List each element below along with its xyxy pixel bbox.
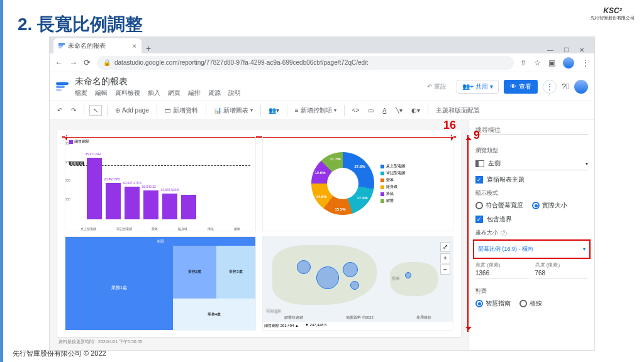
- menu-icon[interactable]: ⋮: [582, 58, 589, 67]
- browser-window: 未命名的報表 × + — ☐ ✕ ← → ⟳ 🔒 datastudio.goog…: [49, 36, 595, 351]
- view-button[interactable]: 👁 查看: [504, 80, 538, 94]
- canvas-footer: 資料最後更新時間：2022/4/21 下午5:50:55: [57, 337, 461, 345]
- smart-guide-radio[interactable]: 智慧指南: [475, 299, 511, 308]
- report-canvas[interactable]: 銷售總額 4,000,0003,000,0002,000,0001,000,00…: [57, 130, 461, 337]
- donut-chart[interactable]: 27.8% 17.2% 15.5% 14.5% 12.9% 11.7% 桌上型電…: [262, 136, 453, 231]
- dimension-height-label: 9: [474, 129, 480, 142]
- fit-screen-radio[interactable]: 符合螢幕寬度: [475, 201, 523, 210]
- menu-file[interactable]: 檔案: [75, 89, 87, 97]
- doc-title[interactable]: 未命名的報表: [75, 76, 241, 87]
- maximize-icon[interactable]: ☐: [564, 47, 569, 53]
- menu-insert[interactable]: 插入: [148, 89, 160, 97]
- display-mode-label: 顯示模式: [475, 189, 588, 197]
- url-embed-button[interactable]: <>: [350, 106, 362, 115]
- actual-size-radio[interactable]: 實際大小: [532, 201, 567, 210]
- close-tab-icon[interactable]: ×: [133, 42, 136, 50]
- toolbar: ↶ ↷ ↖ ⊕ Add page 🗃 新增資料 📊 新增圖表 ▾ 👥▾ ≡ 新增…: [50, 101, 594, 120]
- url-text: datastudio.google.com/reporting/77827d80…: [114, 59, 368, 66]
- side-panel: 瀏覽類型 左側▾ ✓遵循報表主題 顯示模式 符合螢幕寬度 實際大小 ✓包含邊界 …: [469, 120, 594, 350]
- line-button[interactable]: ╲▾: [393, 106, 405, 115]
- menu-arrange[interactable]: 編排: [188, 89, 201, 97]
- star-icon[interactable]: ☆: [534, 58, 541, 67]
- add-page-button[interactable]: ⊕ Add page: [113, 106, 152, 115]
- datastudio-icon: [58, 43, 65, 49]
- canvas-area: 16 9 銷售總額 4,000,0003,000,0002,000,0001,0…: [50, 120, 469, 350]
- align-label: 對齊: [475, 287, 588, 295]
- menu-help[interactable]: 說明: [228, 89, 241, 97]
- aspect-ratio-highlight: 螢幕比例 (16:9) - 橫向▾: [473, 239, 591, 259]
- theme-layout-button[interactable]: 主題和版面配置: [433, 105, 482, 116]
- height-field[interactable]: 高度 (像素) 768: [535, 261, 589, 278]
- bar-chart[interactable]: 銷售總額 4,000,0003,000,0002,000,0001,000,00…: [65, 136, 256, 231]
- follow-theme-checkbox[interactable]: ✓遵循報表主題: [475, 175, 588, 184]
- app-header: 未命名的報表 檔案 編輯 資料檢視 插入 網頁 編排 資源 說明 ↶ 重設 👥+…: [50, 72, 594, 101]
- help-icon[interactable]: ?⃝: [562, 82, 569, 91]
- user-avatar[interactable]: [574, 80, 588, 94]
- reload-icon[interactable]: ⟳: [84, 58, 91, 67]
- search-input[interactable]: [475, 125, 588, 135]
- grid-radio[interactable]: 格線: [519, 299, 542, 308]
- menu-page[interactable]: 網頁: [168, 89, 180, 97]
- text-button[interactable]: A̲: [380, 106, 389, 115]
- nav-type-label: 瀏覽類型: [475, 146, 588, 155]
- more-options-button[interactable]: ⋮: [543, 80, 557, 94]
- canvas-size-label: 畫布大小?: [475, 229, 588, 237]
- map-zoom-out-button[interactable]: −: [440, 265, 450, 275]
- add-chart-button[interactable]: 📊 新增圖表 ▾: [211, 105, 255, 116]
- minimize-icon[interactable]: —: [547, 47, 553, 53]
- add-control-button[interactable]: ≡ 新增控制項 ▾: [292, 105, 339, 116]
- community-viz-button[interactable]: 👥▾: [266, 106, 282, 115]
- width-field[interactable]: 寬度 (像素) 1366: [475, 261, 529, 278]
- menu-view[interactable]: 資料檢視: [115, 89, 140, 97]
- ksc-logo: KSC²先行智庫股份有限公司: [591, 6, 635, 21]
- shape-button[interactable]: ◐▾: [409, 106, 423, 115]
- datastudio-logo-icon[interactable]: [56, 80, 70, 94]
- image-button[interactable]: ▭: [365, 106, 376, 115]
- close-window-icon[interactable]: ✕: [579, 47, 584, 53]
- map-zoom-in-button[interactable]: +: [440, 253, 450, 263]
- tab-title: 未命名的報表: [68, 41, 106, 50]
- undo-button[interactable]: ↶: [55, 106, 65, 115]
- nav-type-select[interactable]: 左側▾: [475, 157, 588, 170]
- treemap-chart[interactable]: 全部 業務1處 業務2處 業務3處 業務4處: [65, 236, 256, 331]
- svg-rect-2: [58, 47, 62, 48]
- back-icon[interactable]: ←: [55, 58, 63, 67]
- slide-title: 2. 長寬比例調整: [18, 13, 143, 36]
- redo-button[interactable]: ↷: [69, 106, 79, 115]
- pointer-tool[interactable]: ↖: [89, 105, 102, 116]
- google-logo: Google: [267, 309, 281, 313]
- profile-avatar[interactable]: [563, 57, 574, 69]
- svg-rect-0: [58, 43, 65, 45]
- include-bounds-checkbox[interactable]: ✓包含邊界: [475, 215, 588, 224]
- map-chart[interactable]: 亞洲 ⤢ + − Google 鍵盤快速鍵 地圖資料 ©2022 使用條款: [262, 236, 453, 331]
- menu-resource[interactable]: 資源: [208, 89, 221, 97]
- left-panel-icon: [475, 160, 484, 167]
- address-bar: ← → ⟳ 🔒 datastudio.google.com/reporting/…: [50, 53, 594, 72]
- url-input[interactable]: 🔒 datastudio.google.com/reporting/77827d…: [97, 56, 514, 70]
- height-arrow-annotation: [467, 135, 469, 332]
- lock-icon: 🔒: [103, 59, 111, 66]
- new-tab-button[interactable]: +: [142, 43, 155, 53]
- menu-bar: 檔案 編輯 資料檢視 插入 網頁 編排 資源 說明: [75, 89, 241, 97]
- map-expand-button[interactable]: ⤢: [440, 242, 450, 252]
- extension-icon[interactable]: ▣: [548, 58, 555, 67]
- add-data-button[interactable]: 🗃 新增資料: [162, 105, 201, 116]
- browser-tab[interactable]: 未命名的報表 ×: [53, 38, 142, 53]
- reset-button[interactable]: ↶ 重設: [422, 80, 452, 93]
- share-button[interactable]: 👥+ 共用 ▾: [457, 80, 499, 94]
- aspect-ratio-select[interactable]: 螢幕比例 (16:9) - 橫向▾: [478, 243, 586, 255]
- tab-bar: 未命名的報表 × + — ☐ ✕: [50, 37, 594, 53]
- menu-edit[interactable]: 編輯: [95, 89, 108, 97]
- svg-rect-1: [58, 45, 63, 47]
- forward-icon[interactable]: →: [69, 58, 77, 67]
- share-url-icon[interactable]: ⇧: [520, 58, 526, 67]
